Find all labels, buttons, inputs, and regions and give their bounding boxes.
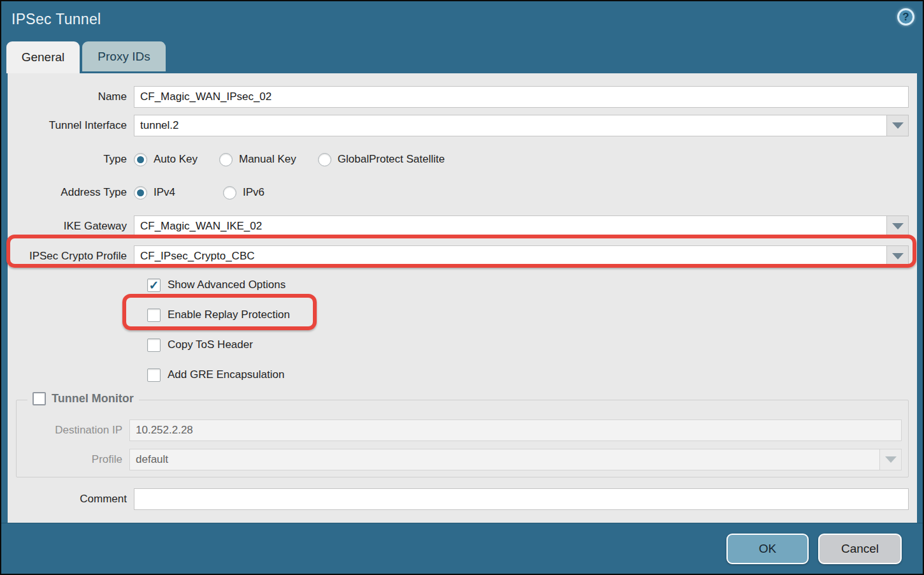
profile-input bbox=[129, 449, 880, 470]
address-type-label: Address Type bbox=[8, 186, 134, 199]
radio-unselected-icon bbox=[318, 153, 331, 166]
chevron-down-icon bbox=[892, 253, 904, 259]
show-advanced-options-label: Show Advanced Options bbox=[168, 279, 285, 291]
ike-gateway-dropdown-button[interactable] bbox=[887, 215, 909, 237]
tunnel-monitor-legend: Tunnel Monitor bbox=[27, 392, 139, 405]
chevron-down-icon bbox=[892, 122, 904, 129]
row-ipsec-crypto-profile: IPSec Crypto Profile bbox=[8, 245, 917, 267]
radio-manual-key[interactable]: Manual Key bbox=[219, 153, 296, 166]
row-enable-replay-protection: Enable Replay Protection bbox=[8, 307, 917, 323]
chevron-down-icon bbox=[892, 223, 904, 229]
radio-globalprotect-satellite[interactable]: GlobalProtect Satellite bbox=[318, 153, 445, 166]
row-comment: Comment bbox=[8, 488, 917, 510]
type-label: Type bbox=[8, 153, 134, 166]
ike-gateway-input[interactable] bbox=[134, 215, 887, 237]
row-ike-gateway: IKE Gateway bbox=[8, 215, 917, 237]
ipsec-crypto-profile-dropdown-button[interactable] bbox=[887, 245, 909, 267]
tunnel-monitor-checkbox[interactable] bbox=[32, 392, 46, 405]
tunnel-monitor-group: Tunnel Monitor Destination IP Profile bbox=[16, 400, 909, 477]
general-tab-panel: Name Tunnel Interface Type Auto Key Manu… bbox=[8, 73, 917, 523]
ipsec-crypto-profile-label: IPSec Crypto Profile bbox=[8, 250, 134, 263]
comment-label: Comment bbox=[8, 493, 134, 506]
tunnel-monitor-label: Tunnel Monitor bbox=[52, 392, 134, 405]
copy-tos-header-checkbox[interactable] bbox=[147, 338, 161, 352]
row-profile: Profile bbox=[17, 449, 908, 470]
profile-dropdown-button bbox=[880, 449, 902, 470]
radio-selected-icon bbox=[134, 186, 147, 200]
tab-bar: General Proxy IDs bbox=[6, 41, 166, 73]
type-radio-group: Auto Key Manual Key GlobalProtect Satell… bbox=[134, 153, 466, 166]
radio-unselected-icon bbox=[223, 186, 236, 200]
name-label: Name bbox=[8, 91, 134, 103]
copy-tos-header-label: Copy ToS Header bbox=[168, 338, 253, 351]
destination-ip-label: Destination IP bbox=[17, 424, 129, 437]
add-gre-encapsulation-label: Add GRE Encapsulation bbox=[168, 368, 284, 381]
radio-ipv4[interactable]: IPv4 bbox=[134, 186, 175, 200]
dialog-titlebar: IPSec Tunnel ? bbox=[1, 1, 923, 41]
tunnel-interface-input[interactable] bbox=[134, 115, 887, 136]
show-advanced-options-checkbox[interactable]: ✓ bbox=[147, 279, 161, 292]
help-icon[interactable]: ? bbox=[897, 8, 914, 25]
row-address-type: Address Type IPv4 IPv6 bbox=[8, 184, 917, 201]
ok-button[interactable]: OK bbox=[726, 534, 809, 564]
radio-ipv6-label: IPv6 bbox=[243, 186, 264, 199]
ipsec-crypto-profile-input[interactable] bbox=[134, 245, 887, 267]
radio-ipv4-label: IPv4 bbox=[154, 186, 175, 199]
enable-replay-protection-checkbox[interactable] bbox=[147, 309, 161, 322]
radio-selected-icon bbox=[134, 153, 147, 166]
destination-ip-input bbox=[129, 419, 902, 441]
dialog-footer: OK Cancel bbox=[1, 523, 923, 574]
tunnel-interface-dropdown-button[interactable] bbox=[887, 115, 909, 136]
tunnel-interface-label: Tunnel Interface bbox=[8, 119, 134, 132]
dialog-title: IPSec Tunnel bbox=[11, 11, 101, 28]
radio-auto-key[interactable]: Auto Key bbox=[134, 153, 198, 166]
row-destination-ip: Destination IP bbox=[17, 419, 908, 441]
radio-unselected-icon bbox=[219, 153, 233, 166]
row-show-advanced-options: ✓ Show Advanced Options bbox=[8, 277, 917, 293]
row-tunnel-interface: Tunnel Interface bbox=[8, 115, 917, 136]
radio-globalprotect-satellite-label: GlobalProtect Satellite bbox=[338, 153, 445, 166]
tab-proxy-ids[interactable]: Proxy IDs bbox=[82, 41, 166, 71]
tab-general[interactable]: General bbox=[6, 41, 80, 73]
profile-label: Profile bbox=[17, 453, 129, 466]
name-input[interactable] bbox=[134, 86, 909, 108]
radio-ipv6[interactable]: IPv6 bbox=[223, 186, 264, 200]
cancel-button[interactable]: Cancel bbox=[818, 534, 902, 564]
add-gre-encapsulation-checkbox[interactable] bbox=[147, 368, 161, 382]
row-type: Type Auto Key Manual Key GlobalProtect S… bbox=[8, 151, 917, 168]
ike-gateway-label: IKE Gateway bbox=[8, 220, 134, 233]
row-name: Name bbox=[8, 86, 917, 108]
radio-manual-key-label: Manual Key bbox=[239, 153, 296, 166]
ipsec-tunnel-dialog: IPSec Tunnel ? General Proxy IDs Name Tu… bbox=[0, 0, 924, 575]
row-add-gre-encapsulation: Add GRE Encapsulation bbox=[8, 367, 917, 383]
chevron-down-icon bbox=[885, 456, 897, 463]
enable-replay-protection-label: Enable Replay Protection bbox=[168, 309, 290, 321]
row-copy-tos-header: Copy ToS Header bbox=[8, 337, 917, 353]
comment-input[interactable] bbox=[134, 488, 909, 510]
address-type-radio-group: IPv4 IPv6 bbox=[134, 186, 286, 200]
radio-auto-key-label: Auto Key bbox=[154, 153, 198, 166]
